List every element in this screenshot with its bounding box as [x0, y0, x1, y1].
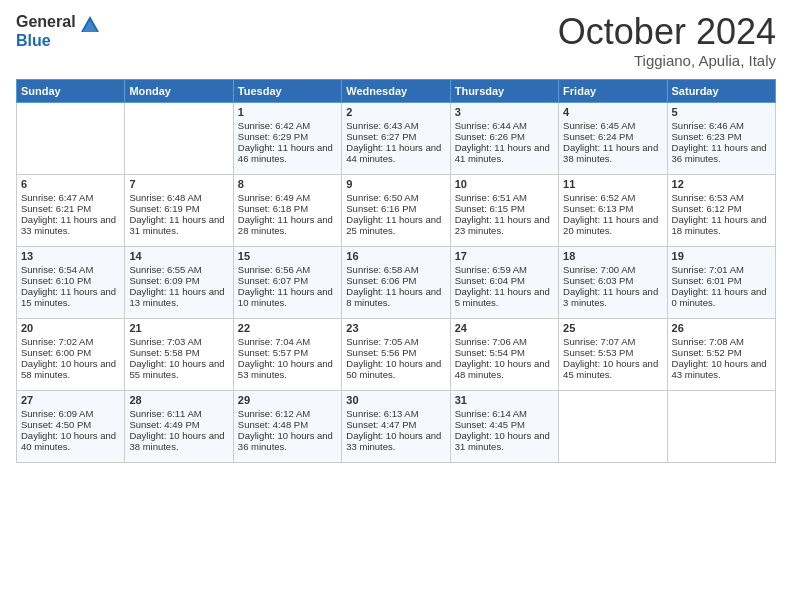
cell-3-0: 20Sunrise: 7:02 AMSunset: 6:00 PMDayligh…	[17, 318, 125, 390]
cell-3-3: 23Sunrise: 7:05 AMSunset: 5:56 PMDayligh…	[342, 318, 450, 390]
sunset-text: Sunset: 6:26 PM	[455, 131, 554, 142]
logo-text: General Blue	[16, 12, 76, 50]
sunrise-text: Sunrise: 6:56 AM	[238, 264, 337, 275]
sunset-text: Sunset: 6:16 PM	[346, 203, 445, 214]
title-section: October 2024 Tiggiano, Apulia, Italy	[558, 12, 776, 69]
cell-1-6: 12Sunrise: 6:53 AMSunset: 6:12 PMDayligh…	[667, 174, 775, 246]
daylight-text: Daylight: 11 hours and 46 minutes.	[238, 142, 337, 164]
daylight-text: Daylight: 11 hours and 3 minutes.	[563, 286, 662, 308]
daylight-text: Daylight: 11 hours and 44 minutes.	[346, 142, 445, 164]
daylight-text: Daylight: 10 hours and 43 minutes.	[672, 358, 771, 380]
cell-4-0: 27Sunrise: 6:09 AMSunset: 4:50 PMDayligh…	[17, 390, 125, 462]
cell-0-0	[17, 102, 125, 174]
cell-0-1	[125, 102, 233, 174]
cell-2-2: 15Sunrise: 6:56 AMSunset: 6:07 PMDayligh…	[233, 246, 341, 318]
daylight-text: Daylight: 11 hours and 38 minutes.	[563, 142, 662, 164]
daylight-text: Daylight: 10 hours and 40 minutes.	[21, 430, 120, 452]
daylight-text: Daylight: 11 hours and 13 minutes.	[129, 286, 228, 308]
cell-4-5	[559, 390, 667, 462]
cell-3-2: 22Sunrise: 7:04 AMSunset: 5:57 PMDayligh…	[233, 318, 341, 390]
cell-2-6: 19Sunrise: 7:01 AMSunset: 6:01 PMDayligh…	[667, 246, 775, 318]
day-number: 29	[238, 394, 337, 406]
day-number: 31	[455, 394, 554, 406]
cell-2-0: 13Sunrise: 6:54 AMSunset: 6:10 PMDayligh…	[17, 246, 125, 318]
week-row-1: 1Sunrise: 6:42 AMSunset: 6:29 PMDaylight…	[17, 102, 776, 174]
logo-blue: Blue	[16, 31, 76, 50]
header-monday: Monday	[125, 79, 233, 102]
day-number: 17	[455, 250, 554, 262]
header-saturday: Saturday	[667, 79, 775, 102]
sunset-text: Sunset: 6:27 PM	[346, 131, 445, 142]
cell-3-4: 24Sunrise: 7:06 AMSunset: 5:54 PMDayligh…	[450, 318, 558, 390]
daylight-text: Daylight: 11 hours and 31 minutes.	[129, 214, 228, 236]
day-number: 25	[563, 322, 662, 334]
week-row-4: 20Sunrise: 7:02 AMSunset: 6:00 PMDayligh…	[17, 318, 776, 390]
sunset-text: Sunset: 4:47 PM	[346, 419, 445, 430]
day-number: 9	[346, 178, 445, 190]
daylight-text: Daylight: 10 hours and 38 minutes.	[129, 430, 228, 452]
sunset-text: Sunset: 6:13 PM	[563, 203, 662, 214]
sunset-text: Sunset: 5:56 PM	[346, 347, 445, 358]
sunset-text: Sunset: 6:21 PM	[21, 203, 120, 214]
month-title: October 2024	[558, 12, 776, 52]
sunrise-text: Sunrise: 6:14 AM	[455, 408, 554, 419]
sunset-text: Sunset: 5:53 PM	[563, 347, 662, 358]
daylight-text: Daylight: 10 hours and 50 minutes.	[346, 358, 445, 380]
sunrise-text: Sunrise: 6:44 AM	[455, 120, 554, 131]
day-number: 12	[672, 178, 771, 190]
cell-2-3: 16Sunrise: 6:58 AMSunset: 6:06 PMDayligh…	[342, 246, 450, 318]
cell-0-5: 4Sunrise: 6:45 AMSunset: 6:24 PMDaylight…	[559, 102, 667, 174]
week-row-3: 13Sunrise: 6:54 AMSunset: 6:10 PMDayligh…	[17, 246, 776, 318]
sunrise-text: Sunrise: 7:08 AM	[672, 336, 771, 347]
sunrise-text: Sunrise: 6:52 AM	[563, 192, 662, 203]
logo-general: General	[16, 12, 76, 31]
sunrise-text: Sunrise: 6:47 AM	[21, 192, 120, 203]
sunrise-text: Sunrise: 6:43 AM	[346, 120, 445, 131]
cell-2-4: 17Sunrise: 6:59 AMSunset: 6:04 PMDayligh…	[450, 246, 558, 318]
cell-2-1: 14Sunrise: 6:55 AMSunset: 6:09 PMDayligh…	[125, 246, 233, 318]
daylight-text: Daylight: 10 hours and 45 minutes.	[563, 358, 662, 380]
sunset-text: Sunset: 6:12 PM	[672, 203, 771, 214]
day-number: 11	[563, 178, 662, 190]
cell-3-1: 21Sunrise: 7:03 AMSunset: 5:58 PMDayligh…	[125, 318, 233, 390]
day-number: 24	[455, 322, 554, 334]
cell-1-3: 9Sunrise: 6:50 AMSunset: 6:16 PMDaylight…	[342, 174, 450, 246]
sunrise-text: Sunrise: 6:59 AM	[455, 264, 554, 275]
sunrise-text: Sunrise: 6:13 AM	[346, 408, 445, 419]
daylight-text: Daylight: 10 hours and 48 minutes.	[455, 358, 554, 380]
day-number: 14	[129, 250, 228, 262]
cell-4-6	[667, 390, 775, 462]
daylight-text: Daylight: 11 hours and 41 minutes.	[455, 142, 554, 164]
day-number: 16	[346, 250, 445, 262]
cell-4-3: 30Sunrise: 6:13 AMSunset: 4:47 PMDayligh…	[342, 390, 450, 462]
sunset-text: Sunset: 6:10 PM	[21, 275, 120, 286]
sunrise-text: Sunrise: 6:51 AM	[455, 192, 554, 203]
sunset-text: Sunset: 5:58 PM	[129, 347, 228, 358]
sunrise-text: Sunrise: 7:00 AM	[563, 264, 662, 275]
cell-1-2: 8Sunrise: 6:49 AMSunset: 6:18 PMDaylight…	[233, 174, 341, 246]
calendar-table: Sunday Monday Tuesday Wednesday Thursday…	[16, 79, 776, 463]
sunrise-text: Sunrise: 6:09 AM	[21, 408, 120, 419]
sunset-text: Sunset: 4:45 PM	[455, 419, 554, 430]
sunrise-text: Sunrise: 6:50 AM	[346, 192, 445, 203]
daylight-text: Daylight: 11 hours and 10 minutes.	[238, 286, 337, 308]
daylight-text: Daylight: 11 hours and 18 minutes.	[672, 214, 771, 236]
cell-0-2: 1Sunrise: 6:42 AMSunset: 6:29 PMDaylight…	[233, 102, 341, 174]
sunset-text: Sunset: 5:57 PM	[238, 347, 337, 358]
day-number: 30	[346, 394, 445, 406]
cell-3-6: 26Sunrise: 7:08 AMSunset: 5:52 PMDayligh…	[667, 318, 775, 390]
sunset-text: Sunset: 5:52 PM	[672, 347, 771, 358]
day-number: 1	[238, 106, 337, 118]
day-number: 20	[21, 322, 120, 334]
cell-1-1: 7Sunrise: 6:48 AMSunset: 6:19 PMDaylight…	[125, 174, 233, 246]
daylight-text: Daylight: 11 hours and 28 minutes.	[238, 214, 337, 236]
sunset-text: Sunset: 6:01 PM	[672, 275, 771, 286]
daylight-text: Daylight: 11 hours and 23 minutes.	[455, 214, 554, 236]
sunrise-text: Sunrise: 6:49 AM	[238, 192, 337, 203]
location: Tiggiano, Apulia, Italy	[558, 52, 776, 69]
day-number: 3	[455, 106, 554, 118]
sunset-text: Sunset: 6:29 PM	[238, 131, 337, 142]
calendar-body: 1Sunrise: 6:42 AMSunset: 6:29 PMDaylight…	[17, 102, 776, 462]
cell-0-4: 3Sunrise: 6:44 AMSunset: 6:26 PMDaylight…	[450, 102, 558, 174]
daylight-text: Daylight: 11 hours and 15 minutes.	[21, 286, 120, 308]
